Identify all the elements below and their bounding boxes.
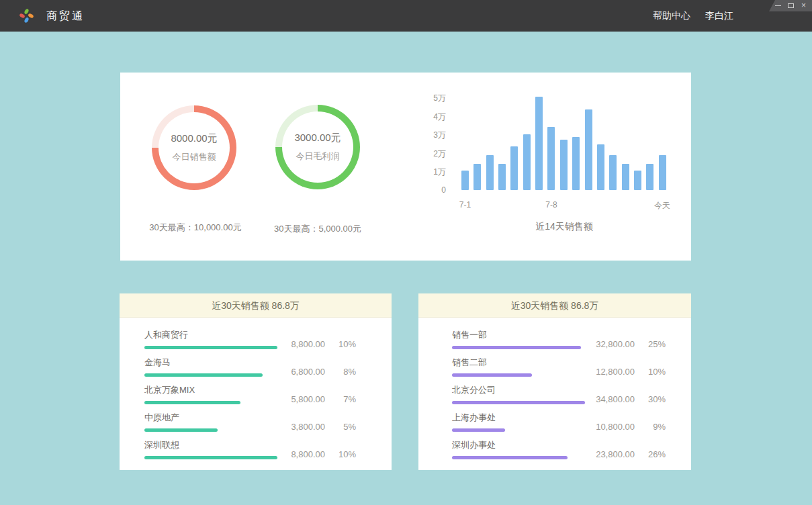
rank-value: 5,800.00 <box>277 394 325 404</box>
rank-row-left: 销售一部 <box>452 329 585 349</box>
maximize-button[interactable] <box>787 2 795 9</box>
rank-row-right: 8,800.0010% <box>277 339 356 349</box>
sales-bar-17 <box>659 155 666 190</box>
rank-name: 金海马 <box>144 357 277 369</box>
maximize-icon <box>788 3 794 8</box>
rank-name: 中原地产 <box>144 412 277 424</box>
customer-sales-rank-card: 近30天销售额 86.8万 人和商贸行8,800.0010%金海马6,800.0… <box>120 293 392 470</box>
rank-percent: 10% <box>325 449 356 459</box>
department-rank-card-title: 近30天销售额 86.8万 <box>418 293 691 318</box>
rank-bar <box>144 373 263 377</box>
sales-bar-9 <box>560 140 568 190</box>
rank-bar-track <box>144 401 277 404</box>
rank-percent: 10% <box>325 339 356 349</box>
rank-row-金海马: 金海马6,800.008% <box>144 357 356 377</box>
app-title: 商贸通 <box>46 0 85 32</box>
rank-name: 上海办事处 <box>452 412 585 424</box>
rank-row-right: 32,800.0025% <box>585 339 666 349</box>
rank-row-right: 10,800.009% <box>585 422 666 432</box>
rank-name: 销售二部 <box>452 357 585 369</box>
rank-row-right: 8,800.0010% <box>277 449 356 459</box>
department-rank-list: 销售一部32,800.0025%销售二部12,800.0010%北京分公司34,… <box>418 318 691 459</box>
bar-chart-plot-area <box>461 97 667 190</box>
y-axis-tick-3万: 3万 <box>426 130 446 141</box>
rank-percent: 25% <box>635 339 666 349</box>
rank-percent: 5% <box>325 422 356 432</box>
sales-bar-12 <box>597 144 604 190</box>
rank-row-right: 5,800.007% <box>277 394 356 404</box>
today-sales-value: 8000.00元 <box>171 132 217 145</box>
rank-bar-track <box>452 346 585 349</box>
rank-name: 北京分公司 <box>452 384 585 396</box>
rank-row-中原地产: 中原地产3,800.005% <box>144 412 356 432</box>
rank-row-left: 人和商贸行 <box>144 329 277 349</box>
bar-chart-title: 近14天销售额 <box>461 221 667 233</box>
today-profit-donut-center: 3000.00元 今日毛利润 <box>282 111 353 183</box>
user-name-link[interactable]: 李白江 <box>705 10 733 22</box>
sales-bar-16 <box>646 164 653 190</box>
topbar: 商贸通 帮助中心 李白江 × <box>0 0 812 32</box>
x-axis-tick-7-8: 7-8 <box>536 200 567 210</box>
rank-row-right: 12,800.0010% <box>585 367 666 377</box>
minimize-icon <box>775 5 781 6</box>
rank-row-深圳办事处: 深圳办事处23,800.0026% <box>452 439 666 459</box>
y-axis-tick-2万: 2万 <box>426 148 446 160</box>
rank-row-right: 3,800.005% <box>277 422 356 432</box>
rank-bar <box>452 428 505 432</box>
rank-bar <box>452 456 568 459</box>
rank-bar-track <box>452 456 585 459</box>
rank-value: 8,800.00 <box>277 339 325 349</box>
rank-bar-track <box>452 373 585 377</box>
rank-bar-track <box>452 428 585 432</box>
rank-bar <box>144 401 240 404</box>
sales-bar-8 <box>547 127 555 190</box>
rank-value: 12,800.00 <box>585 367 635 377</box>
today-profit-donut: 3000.00元 今日毛利润 <box>275 105 360 189</box>
rank-row-left: 深圳办事处 <box>452 439 585 459</box>
rank-value: 3,800.00 <box>277 422 325 432</box>
department-sales-rank-card: 近30天销售额 86.8万 销售一部32,800.0025%销售二部12,800… <box>418 293 691 470</box>
rank-row-left: 中原地产 <box>144 412 277 432</box>
sales-bar-15 <box>634 171 641 190</box>
rank-value: 10,800.00 <box>585 422 635 432</box>
rank-row-人和商贸行: 人和商贸行8,800.0010% <box>144 329 356 349</box>
rank-bar-track <box>144 456 277 459</box>
window-controls: × <box>769 0 812 11</box>
x-axis-tick-今天: 今天 <box>647 200 678 212</box>
customer-rank-list: 人和商贸行8,800.0010%金海马6,800.008%北京万象MIX5,80… <box>120 318 392 459</box>
rank-bar-track <box>144 428 277 432</box>
sales-bar-4 <box>498 164 506 190</box>
rank-value: 23,800.00 <box>585 449 635 459</box>
rank-row-right: 34,800.0030% <box>585 394 666 404</box>
rank-bar <box>144 456 277 459</box>
help-center-link[interactable]: 帮助中心 <box>653 10 690 22</box>
rank-bar <box>452 373 532 377</box>
rank-row-left: 北京万象MIX <box>144 384 277 404</box>
customer-rank-card-title: 近30天销售额 86.8万 <box>120 293 392 318</box>
rank-row-right: 6,800.008% <box>277 367 356 377</box>
topbar-menu: 帮助中心 李白江 <box>653 0 733 32</box>
overview-card: 8000.00元 今日销售额 3000.00元 今日毛利润 30天最高：10,0… <box>120 73 691 261</box>
today-sales-caption: 今日销售额 <box>173 151 216 163</box>
rank-row-销售二部: 销售二部12,800.0010% <box>452 357 666 377</box>
sales-14d-bar-chart: 近14天销售额 01万2万3万4万5万7-17-8今天 <box>426 73 691 261</box>
profit-30d-max-label: 30天最高：5,000.00元 <box>251 223 385 235</box>
rank-percent: 10% <box>635 367 666 377</box>
close-icon: × <box>801 2 806 9</box>
minimize-button[interactable] <box>774 2 782 9</box>
rank-row-left: 上海办事处 <box>452 412 585 432</box>
rank-percent: 8% <box>325 367 356 377</box>
close-button[interactable]: × <box>800 2 807 9</box>
rank-row-深圳联想: 深圳联想8,800.0010% <box>144 439 356 459</box>
sales-bar-2 <box>473 164 481 190</box>
rank-row-left: 深圳联想 <box>144 439 277 459</box>
sales-bar-10 <box>572 137 580 190</box>
y-axis-tick-4万: 4万 <box>426 111 446 123</box>
today-sales-donut: 8000.00元 今日销售额 <box>152 105 236 190</box>
rank-row-right: 23,800.0026% <box>585 449 666 459</box>
sales-bar-6 <box>523 134 531 190</box>
rank-bar <box>144 428 218 432</box>
rank-value: 32,800.00 <box>585 339 635 349</box>
rank-name: 深圳办事处 <box>452 439 585 451</box>
sales-bar-3 <box>486 155 494 190</box>
